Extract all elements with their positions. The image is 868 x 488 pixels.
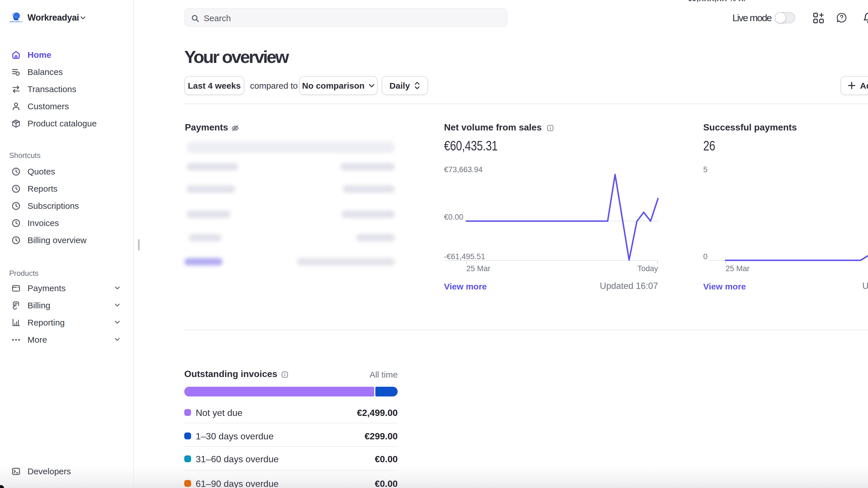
svg-text:WORK READY AI: WORK READY AI [10,21,23,23]
